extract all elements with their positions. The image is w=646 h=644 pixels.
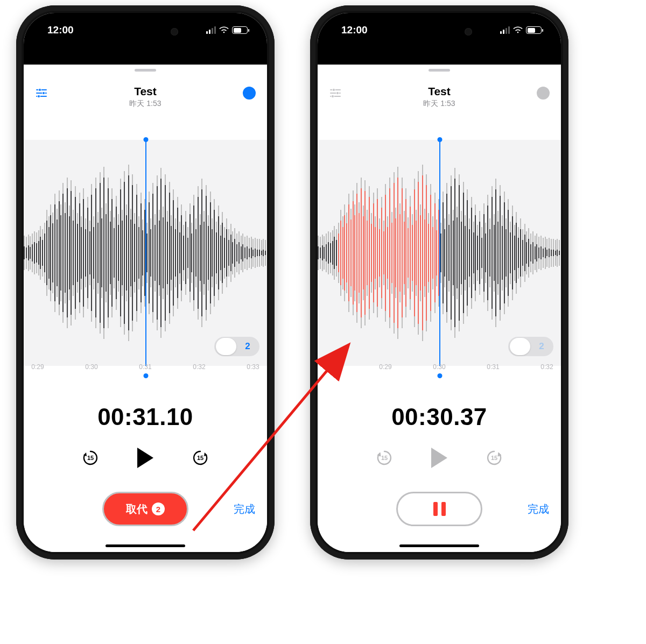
transport-controls: 15 15 bbox=[24, 448, 267, 468]
ruler-tick: 0:30 bbox=[80, 363, 103, 385]
wifi-icon bbox=[219, 26, 229, 34]
more-button[interactable] bbox=[241, 85, 257, 101]
ruler-tick: 0:31 bbox=[134, 363, 157, 385]
skip-fwd-label: 15 bbox=[191, 449, 209, 467]
recording-subtitle: 昨天 1:53 bbox=[423, 99, 455, 109]
play-button bbox=[431, 448, 447, 468]
screen-left: 12:00 bbox=[24, 13, 267, 552]
bottom-row: 取代 2 完成 bbox=[24, 487, 267, 530]
ruler-tick: 0:31 bbox=[481, 363, 505, 385]
ruler-tick: 0:29 bbox=[374, 363, 397, 385]
status-right bbox=[500, 26, 542, 34]
ellipsis-circle-icon bbox=[242, 86, 256, 100]
current-time: 00:30.37 bbox=[318, 404, 561, 430]
pause-icon bbox=[433, 502, 446, 516]
title-block: Test 昨天 1:53 bbox=[423, 85, 455, 109]
layer-toggle[interactable]: 1 2 bbox=[214, 337, 259, 356]
editor-header: Test 昨天 1:53 bbox=[318, 85, 561, 109]
waveform-area[interactable]: 1 2 bbox=[318, 140, 561, 366]
recording-subtitle: 昨天 1:53 bbox=[129, 99, 161, 109]
playhead[interactable] bbox=[439, 140, 440, 366]
ruler-tick: 0:32 bbox=[535, 363, 559, 385]
editor-sheet: Test 昨天 1:53 1 bbox=[318, 65, 561, 552]
skip-back-label: 15 bbox=[375, 449, 394, 467]
skip-back-15[interactable]: 15 bbox=[81, 449, 100, 467]
settings-button bbox=[327, 85, 343, 101]
ruler-tick: 0:32 bbox=[187, 363, 211, 385]
svg-point-5 bbox=[38, 95, 40, 98]
skip-back-15: 15 bbox=[375, 449, 394, 467]
skip-fwd-15: 15 bbox=[485, 449, 503, 467]
replace-button[interactable]: 取代 2 bbox=[102, 492, 188, 526]
cellular-icon bbox=[500, 26, 510, 34]
replace-badge: 2 bbox=[152, 503, 165, 515]
time-ruler: 0:29 0:30 0:31 0:32 0:33 bbox=[24, 363, 267, 385]
svg-point-3 bbox=[39, 89, 41, 91]
svg-point-17 bbox=[539, 92, 541, 94]
svg-point-4 bbox=[43, 92, 45, 95]
waveform-area[interactable]: 1 2 bbox=[24, 140, 267, 366]
status-time: 12:00 bbox=[341, 24, 368, 36]
battery-icon bbox=[232, 26, 248, 34]
layer-opt-2: 2 bbox=[531, 338, 552, 355]
play-button[interactable] bbox=[137, 448, 153, 468]
pause-record-button[interactable] bbox=[396, 492, 482, 526]
svg-point-18 bbox=[542, 92, 544, 94]
skip-fwd-label: 15 bbox=[485, 449, 503, 467]
more-button bbox=[535, 85, 551, 101]
done-button[interactable]: 完成 bbox=[234, 502, 255, 516]
play-icon bbox=[431, 448, 447, 468]
phone-right: 12:00 bbox=[310, 5, 568, 560]
svg-point-14 bbox=[336, 92, 339, 95]
svg-point-8 bbox=[248, 92, 250, 94]
replace-label: 取代 bbox=[126, 502, 148, 516]
done-button[interactable]: 完成 bbox=[528, 502, 549, 516]
svg-point-7 bbox=[245, 92, 247, 94]
battery-icon bbox=[526, 26, 542, 34]
play-icon bbox=[137, 448, 153, 468]
skip-fwd-15[interactable]: 15 bbox=[191, 449, 209, 467]
home-indicator[interactable] bbox=[399, 544, 479, 547]
dynamic-island bbox=[108, 22, 182, 42]
recording-title: Test bbox=[423, 85, 455, 98]
title-block: Test 昨天 1:53 bbox=[129, 85, 161, 109]
sheet-grabber[interactable] bbox=[429, 69, 450, 72]
time-ruler: 8 0:29 0:30 0:31 0:32 bbox=[318, 363, 561, 385]
skip-back-label: 15 bbox=[81, 449, 100, 467]
screen-right: 12:00 bbox=[318, 13, 561, 552]
ruler-tick: 8 bbox=[320, 363, 343, 385]
ruler-tick: 0:30 bbox=[427, 363, 451, 385]
bottom-row: 完成 bbox=[318, 487, 561, 530]
sheet-grabber[interactable] bbox=[135, 69, 156, 72]
editor-sheet: Test 昨天 1:53 1 bbox=[24, 65, 267, 552]
sliders-icon bbox=[329, 87, 342, 100]
ruler-tick: 0:33 bbox=[241, 363, 265, 385]
sliders-icon bbox=[35, 87, 48, 100]
layer-opt-2[interactable]: 2 bbox=[237, 338, 258, 355]
phone-left: 12:00 bbox=[16, 5, 275, 560]
playhead[interactable] bbox=[145, 140, 146, 366]
svg-point-9 bbox=[251, 92, 252, 94]
current-time: 00:31.10 bbox=[24, 404, 267, 430]
home-indicator[interactable] bbox=[106, 544, 185, 547]
editor-header: Test 昨天 1:53 bbox=[24, 85, 267, 109]
wifi-icon bbox=[513, 26, 523, 34]
status-time: 12:00 bbox=[47, 24, 74, 36]
transport-controls: 15 15 bbox=[318, 448, 561, 468]
ruler-tick: 0:29 bbox=[26, 363, 50, 385]
ellipsis-circle-icon bbox=[536, 86, 550, 100]
svg-point-19 bbox=[545, 92, 546, 94]
status-right bbox=[206, 26, 248, 34]
recording-title: Test bbox=[129, 85, 161, 98]
svg-point-15 bbox=[332, 95, 334, 98]
dynamic-island bbox=[402, 22, 476, 42]
settings-button[interactable] bbox=[33, 85, 50, 101]
layer-toggle: 1 2 bbox=[508, 337, 553, 356]
svg-point-13 bbox=[333, 89, 335, 91]
cellular-icon bbox=[206, 26, 216, 34]
